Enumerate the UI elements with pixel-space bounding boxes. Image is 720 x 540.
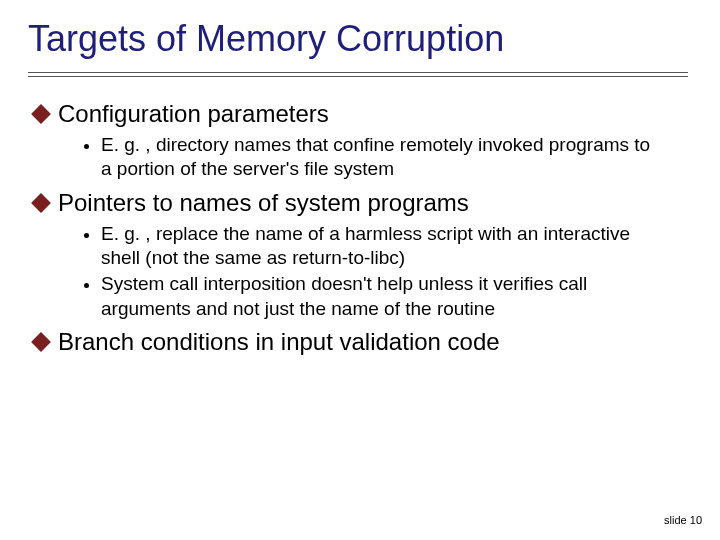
slide-content: Configuration parameters E. g. , directo… [28, 99, 692, 357]
bullet-level2: E. g. , directory names that confine rem… [84, 133, 692, 182]
slide-number: slide 10 [664, 514, 702, 526]
diamond-bullet-icon [31, 104, 51, 124]
diamond-bullet-icon [31, 332, 51, 352]
slide: Targets of Memory Corruption Configurati… [0, 0, 720, 540]
bullet-text: Branch conditions in input validation co… [58, 327, 500, 357]
bullet-text: System call interposition doesn't help u… [101, 272, 661, 321]
bullet-text: E. g. , directory names that confine rem… [101, 133, 661, 182]
dot-bullet-icon [84, 233, 89, 238]
bullet-level2: E. g. , replace the name of a harmless s… [84, 222, 692, 271]
slide-title: Targets of Memory Corruption [28, 18, 692, 60]
bullet-text: Pointers to names of system programs [58, 188, 469, 218]
diamond-bullet-icon [31, 193, 51, 213]
dot-bullet-icon [84, 144, 89, 149]
bullet-level2: System call interposition doesn't help u… [84, 272, 692, 321]
dot-bullet-icon [84, 283, 89, 288]
bullet-text: Configuration parameters [58, 99, 329, 129]
bullet-level1: Configuration parameters [32, 99, 692, 129]
title-divider [28, 72, 688, 77]
bullet-level1: Branch conditions in input validation co… [32, 327, 692, 357]
bullet-text: E. g. , replace the name of a harmless s… [101, 222, 661, 271]
bullet-level1: Pointers to names of system programs [32, 188, 692, 218]
